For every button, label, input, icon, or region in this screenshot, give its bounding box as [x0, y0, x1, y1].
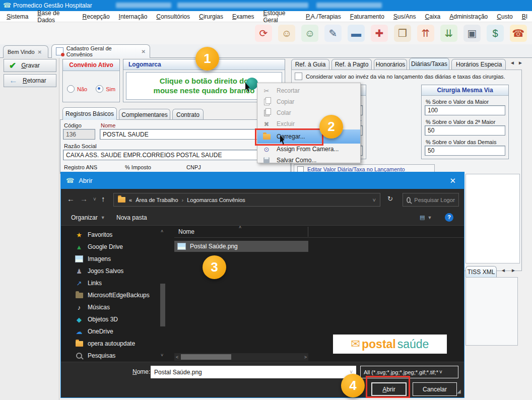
sidebar-item-musicas[interactable]: ♪Músicas	[61, 301, 157, 313]
menu-caixa[interactable]: Caixa	[421, 11, 445, 22]
tab-honorarios[interactable]: Honorários	[374, 59, 407, 70]
payments-down-icon[interactable]: ⇊	[440, 25, 457, 42]
menu-exames[interactable]: Exames	[228, 11, 258, 22]
combo-chevron-icon[interactable]: ˅	[439, 369, 442, 375]
menu-sistema[interactable]: Sistema	[2, 11, 33, 22]
sidebar-item-opera-autoupdate[interactable]: opera autoupdate	[61, 338, 157, 350]
close-tab-icon[interactable]: ✕	[38, 49, 42, 55]
sidebar-item-microsoftedgebackups[interactable]: MicrosoftEdgeBackups	[61, 289, 157, 301]
segunda-maior-field[interactable]: 50	[425, 125, 505, 136]
menu-sus-ans[interactable]: Sus/Ans	[389, 11, 421, 22]
safe-icon[interactable]: ▣	[463, 25, 481, 42]
help-button[interactable]: ?	[445, 213, 453, 222]
billing-calculator-icon[interactable]: $	[487, 25, 504, 42]
menu-item-colar[interactable]: Colar	[257, 107, 360, 118]
sidebar-item-favoritos[interactable]: ★Favoritos	[61, 229, 157, 241]
radio-icon-selected[interactable]	[96, 85, 103, 93]
h-scrollbar-thumb[interactable]	[181, 354, 231, 360]
sidebar-scrollbar-thumb[interactable]	[160, 284, 165, 326]
dialog-close-icon[interactable]: ✕	[449, 176, 456, 185]
address-chevron-icon[interactable]: ˅	[373, 197, 376, 203]
resize-grip[interactable]: ◢	[457, 388, 461, 394]
gravar-button[interactable]: ✔ Gravar	[4, 59, 56, 72]
app-icon: ☎	[3, 2, 11, 9]
menu-item-excluir[interactable]: ✖Excluir	[257, 118, 360, 129]
sync-contacts-icon[interactable]: ⟳	[255, 25, 272, 42]
hospital-bed-icon[interactable]: ▬	[348, 25, 365, 42]
sidebar-item-pesquisas[interactable]: Pesquisas	[61, 350, 157, 362]
file-row-postal-saude[interactable]: Postal Saúde.png	[174, 241, 308, 252]
ambulance-icon[interactable]: ✚	[371, 25, 388, 42]
nav-history-chevron-icon[interactable]: ˅	[93, 196, 96, 202]
cancelar-button[interactable]: Cancelar	[413, 382, 457, 396]
menu-administracao[interactable]: Administração	[445, 11, 492, 22]
menu-item-salvar-como[interactable]: Salvar Como...	[257, 155, 360, 166]
menu-item-copiar[interactable]: Copiar	[257, 96, 360, 107]
view-mode-button[interactable]: ▤▼	[420, 214, 432, 221]
list-h-scrollbar[interactable]: < >	[174, 353, 308, 361]
menu-bi[interactable]: BI	[517, 11, 532, 22]
retornar-button[interactable]: ← Retornar	[4, 74, 56, 87]
contract-icon[interactable]: ✎	[324, 25, 342, 42]
nav-up-icon[interactable]: ↑	[101, 194, 105, 203]
sidebar-item-google-drive[interactable]: ▲Google Drive	[61, 241, 157, 253]
tab-tiss-xml[interactable]: TISS XML	[466, 266, 497, 277]
tab-cadastro-convenios[interactable]: Cadastro Geral de Convênios✕	[51, 44, 150, 58]
tab-contrato[interactable]: Contrato	[172, 109, 204, 120]
menu-internacao[interactable]: Internação	[114, 11, 152, 22]
breadcrumb-logomarcas-convenios[interactable]: Logomarcas Convênios	[187, 197, 245, 203]
menu-pa-terapias[interactable]: P.A./Terapias	[301, 11, 346, 22]
considerar-checkbox-row[interactable]: Considerar valor ao invéz da via no lanç…	[295, 73, 516, 80]
sidebar-item-links[interactable]: ↗Links	[61, 277, 157, 289]
menu-cirurgias[interactable]: Cirurgias	[194, 11, 228, 22]
filename-combo[interactable]: Postal Saúde.png ˅	[151, 366, 356, 378]
sidebar-item-objetos-3d[interactable]: ◆Objetos 3D	[61, 313, 157, 325]
tab-diarias-taxas[interactable]: Diárias/Taxas	[409, 58, 449, 70]
menu-item-recortar[interactable]: ✂Recortar	[257, 85, 360, 96]
pharmacy-stock-icon[interactable]: ❒	[394, 25, 411, 42]
tab-registros-basicos[interactable]: Registros Básicos	[62, 107, 117, 120]
nav-back-icon[interactable]: ←	[67, 194, 75, 203]
organizar-button[interactable]: Organizar▼	[71, 214, 105, 221]
maior-field[interactable]: 100	[425, 105, 505, 115]
sidebar-item-imagens[interactable]: Imagens	[61, 253, 157, 265]
sidebar-item-jogos-salvos[interactable]: ♟Jogos Salvos	[61, 265, 157, 277]
menu-base-de-dados[interactable]: Base de Dados	[33, 11, 78, 22]
sidebar-scroll-up-icon[interactable]: ˄	[161, 229, 163, 234]
tab-horarios-especiais[interactable]: Horários Especia	[451, 59, 506, 70]
breadcrumb-area-de-trabalho[interactable]: Área de Trabalho	[136, 197, 178, 203]
patients-icon[interactable]: ☺	[278, 25, 295, 42]
column-divider[interactable]	[308, 227, 308, 237]
sidebar-scroll-down-icon[interactable]: ˅	[161, 353, 163, 358]
menu-consultorios[interactable]: Consultórios	[152, 11, 194, 22]
search-box[interactable]: Pesquisar Logomarcas Conv...	[403, 193, 459, 207]
menu-faturamento[interactable]: Faturamento	[346, 11, 389, 22]
scroll-right-icon[interactable]: >	[304, 355, 307, 360]
tab-bem-vindo[interactable]: Bem Vindo✕	[3, 45, 48, 58]
doctor-icon[interactable]: ☺	[301, 25, 318, 42]
phone-directory-icon[interactable]: ☎	[510, 25, 527, 42]
column-nome[interactable]: Nome	[178, 228, 194, 235]
demais-field[interactable]: 50	[425, 146, 505, 156]
close-tab-icon[interactable]: ✕	[142, 49, 146, 54]
tab-ref-a-pagto[interactable]: Ref. à Pagto	[331, 59, 372, 70]
tab-ref-a-guia[interactable]: Ref. à Guia	[291, 59, 329, 70]
nav-forward-icon[interactable]: →	[80, 194, 88, 203]
tab-scroll-left-icon[interactable]: ◄	[501, 268, 506, 273]
refresh-icon[interactable]: ↻	[387, 195, 393, 203]
menu-estoque-geral[interactable]: Estoque Geral	[258, 11, 301, 22]
tab-complementares[interactable]: Complementares	[119, 109, 170, 120]
revenue-up-icon[interactable]: ⇈	[417, 25, 434, 42]
scroll-left-icon[interactable]: <	[176, 355, 178, 360]
tab-scroll-right-icon[interactable]: ►	[511, 268, 516, 273]
radio-nao[interactable]: Não Sim	[67, 85, 119, 93]
tab-scroll-right-icon[interactable]: ►	[518, 60, 523, 65]
menu-recepcao[interactable]: Recepção	[78, 11, 114, 22]
sidebar-item-onedrive[interactable]: ☁OneDrive	[61, 325, 157, 338]
checkbox-icon[interactable]	[295, 73, 302, 80]
menu-custo[interactable]: Custo	[492, 11, 517, 22]
nova-pasta-button[interactable]: Nova pasta	[116, 214, 147, 221]
tab-scroll-left-icon[interactable]: ◄	[510, 60, 515, 65]
address-bar[interactable]: « Área de Trabalho › Logomarcas Convênio…	[113, 193, 380, 207]
razao-social-field[interactable]: CAIXA ASS. SAUDE EMPR.CORREIOS POSTAL SA…	[63, 150, 288, 160]
